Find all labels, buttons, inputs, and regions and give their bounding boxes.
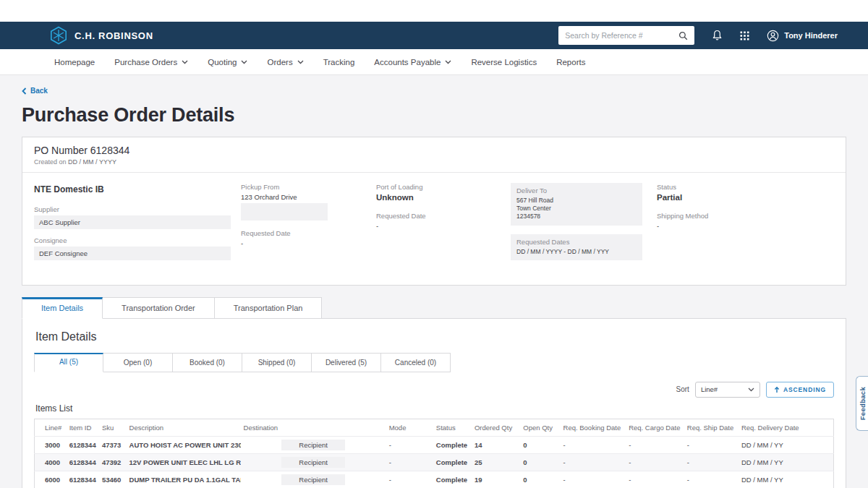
po-created-date: DD / MM / YYYY bbox=[68, 158, 116, 166]
table-cell: Recipient bbox=[241, 453, 386, 471]
table-cell: 14 bbox=[472, 436, 520, 453]
items-list-title: Items List bbox=[35, 403, 834, 414]
table-cell: - bbox=[684, 471, 739, 488]
table-cell: - bbox=[386, 471, 433, 488]
po-deliver-column: Deliver To 567 Hill Road Town Center 123… bbox=[511, 183, 657, 267]
items-table-body: 3000612834447373AUTO HOIST AC POWER UNIT… bbox=[35, 436, 834, 488]
filter-tab-canceled[interactable]: Canceled (0) bbox=[381, 353, 451, 372]
brand-name: C.H. ROBINSON bbox=[75, 30, 153, 41]
sort-direction-button[interactable]: ASCENDING bbox=[766, 382, 834, 398]
table-cell: Complete bbox=[433, 471, 472, 488]
filter-tab-delivered[interactable]: Delivered (5) bbox=[312, 353, 381, 372]
po-created-on: Created on DD / MM / YYYY bbox=[34, 158, 834, 166]
search-input[interactable] bbox=[565, 31, 678, 40]
table-cell: 53460 bbox=[99, 471, 127, 488]
po-port-column: Port of Loading Unknown Requested Date - bbox=[376, 183, 511, 267]
table-cell: 6128344 bbox=[67, 453, 99, 471]
table-cell: 47392 bbox=[99, 453, 127, 471]
reference-search bbox=[558, 26, 694, 45]
nav-purchase-orders[interactable]: Purchase Orders bbox=[114, 58, 188, 67]
filter-tab-shipped[interactable]: Shipped (0) bbox=[242, 353, 312, 372]
chevron-down-icon bbox=[748, 388, 754, 392]
notifications-bell-icon[interactable] bbox=[712, 30, 723, 41]
table-cell: 12V POWER UNIT ELEC LHL LG RES bbox=[127, 453, 241, 471]
table-cell: Recipient bbox=[241, 436, 386, 453]
requested-dates-value: DD / MM / YYYY - DD / MM / YYY bbox=[516, 248, 637, 256]
page-title: Purchase Order Details bbox=[22, 104, 846, 127]
table-cell: - bbox=[626, 436, 684, 453]
column-header: Sku bbox=[99, 419, 127, 436]
table-cell: DUMP TRAILER PU DA 1.1GAL TANK bbox=[127, 471, 241, 488]
column-header: Item ID bbox=[67, 419, 99, 436]
table-cell: - bbox=[684, 436, 739, 453]
table-cell: 6128344 bbox=[67, 471, 99, 488]
chevron-down-icon bbox=[182, 60, 188, 64]
nav-tracking[interactable]: Tracking bbox=[323, 58, 355, 67]
sort-selected-value: Line# bbox=[701, 385, 718, 393]
table-cell: 4000 bbox=[35, 453, 67, 471]
supplier-label: Supplier bbox=[34, 205, 241, 213]
item-details-heading: Item Details bbox=[35, 330, 834, 343]
status-filter-tabs: All (5) Open (0) Booked (0) Shipped (0) … bbox=[34, 353, 834, 372]
apps-grid-icon[interactable] bbox=[740, 31, 749, 40]
destination-value: Recipient bbox=[281, 457, 345, 468]
table-cell: - bbox=[626, 453, 684, 471]
sort-select[interactable]: Line# bbox=[695, 382, 760, 398]
table-row: 400061283444739212V POWER UNIT ELEC LHL … bbox=[35, 453, 834, 471]
table-cell: - bbox=[561, 471, 626, 488]
back-link[interactable]: Back bbox=[22, 87, 48, 95]
filter-tab-booked[interactable]: Booked (0) bbox=[173, 353, 242, 372]
items-table: Line#Item IDSkuDescriptionDestinationMod… bbox=[34, 419, 834, 488]
table-cell: Complete bbox=[433, 453, 472, 471]
deliver-to-line2: Town Center bbox=[516, 205, 637, 213]
feedback-button[interactable]: Feedback bbox=[856, 376, 868, 431]
table-cell: 6128344 bbox=[67, 436, 99, 453]
po-parties-column: NTE Domestic IB Supplier ABC Supplier Co… bbox=[34, 183, 241, 267]
table-cell: - bbox=[684, 453, 739, 471]
tab-item-details[interactable]: Item Details bbox=[22, 297, 103, 319]
tab-transportation-plan[interactable]: Transportation Plan bbox=[215, 297, 323, 319]
po-pickup-column: Pickup From 123 Orchard Drive Requested … bbox=[241, 183, 376, 267]
top-bar: C.H. ROBINSON Tony Hinderer bbox=[0, 22, 868, 49]
column-header: Destination bbox=[241, 419, 386, 436]
nav-quoting[interactable]: Quoting bbox=[208, 58, 247, 67]
supplier-value: ABC Supplier bbox=[34, 215, 231, 229]
table-cell: 6000 bbox=[35, 471, 67, 488]
detail-tabs: Item Details Transportation Order Transp… bbox=[22, 297, 846, 319]
destination-value: Recipient bbox=[281, 440, 345, 450]
column-header: Req. Ship Date bbox=[684, 419, 739, 436]
table-row: 3000612834447373AUTO HOIST AC POWER UNIT… bbox=[35, 436, 834, 453]
nav-reports[interactable]: Reports bbox=[556, 58, 585, 67]
tab-transportation-order[interactable]: Transportation Order bbox=[103, 297, 215, 319]
table-cell: - bbox=[626, 471, 684, 488]
table-cell: - bbox=[386, 436, 433, 453]
brand: C.H. ROBINSON bbox=[49, 26, 153, 45]
item-details-panel: Item Details All (5) Open (0) Booked (0)… bbox=[22, 318, 846, 488]
table-cell: DD / MM / YY bbox=[739, 471, 834, 488]
items-table-head-row: Line#Item IDSkuDescriptionDestinationMod… bbox=[35, 419, 834, 436]
table-cell: 0 bbox=[520, 436, 560, 453]
port-requested-date-label: Requested Date bbox=[376, 212, 511, 220]
deliver-to-block: Deliver To 567 Hill Road Town Center 123… bbox=[511, 183, 642, 226]
user-menu[interactable]: Tony Hinderer bbox=[767, 30, 838, 42]
nav-orders[interactable]: Orders bbox=[267, 58, 303, 67]
shipping-method-value: - bbox=[657, 222, 834, 230]
nav-reverse-logistics[interactable]: Reverse Logistics bbox=[471, 58, 537, 67]
table-cell: DD / MM / YY bbox=[739, 453, 834, 471]
page-top-margin bbox=[0, 0, 868, 22]
table-cell: DD / MM / YY bbox=[739, 436, 834, 453]
shipping-method-label: Shipping Method bbox=[657, 212, 834, 220]
table-cell: 0 bbox=[520, 453, 560, 471]
chevron-left-icon bbox=[22, 87, 27, 95]
page-content: Back Purchase Order Details PO Number 61… bbox=[0, 75, 868, 488]
port-requested-date-value: - bbox=[376, 222, 511, 230]
main-nav: Homepage Purchase Orders Quoting Orders … bbox=[0, 49, 868, 75]
sort-controls: Sort Line# ASCENDING bbox=[34, 382, 834, 398]
chevron-down-icon bbox=[241, 60, 247, 64]
filter-tab-all[interactable]: All (5) bbox=[34, 353, 103, 372]
nav-homepage[interactable]: Homepage bbox=[54, 58, 95, 67]
destination-value: Recipient bbox=[281, 474, 345, 485]
filter-tab-open[interactable]: Open (0) bbox=[103, 353, 173, 372]
nav-accounts-payable[interactable]: Accounts Payable bbox=[374, 58, 451, 67]
search-icon[interactable] bbox=[678, 31, 688, 40]
